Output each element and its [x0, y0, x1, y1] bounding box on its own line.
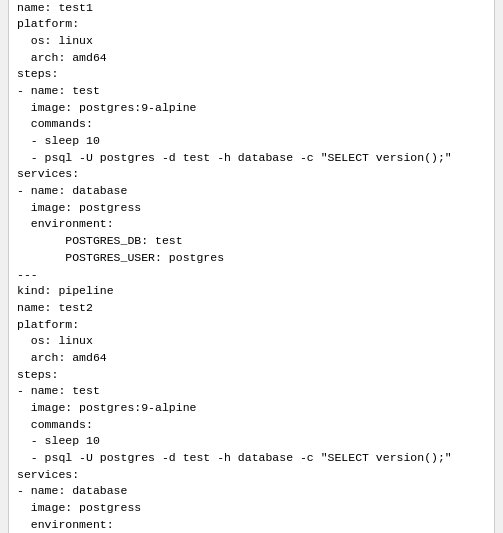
code-line: steps:	[17, 367, 486, 384]
code-line: arch: amd64	[17, 350, 486, 367]
code-line: steps:	[17, 66, 486, 83]
code-line: services:	[17, 467, 486, 484]
code-line: - name: database	[17, 483, 486, 500]
code-line: image: postgres:9-alpine	[17, 400, 486, 417]
code-line: - name: test	[17, 83, 486, 100]
code-line: image: postgress	[17, 200, 486, 217]
code-line: - sleep 10	[17, 433, 486, 450]
code-line: environment:	[17, 517, 486, 533]
code-line: - name: database	[17, 183, 486, 200]
code-line: name: test1	[17, 0, 486, 16]
code-line: platform:	[17, 16, 486, 33]
code-line: POSTGRES_USER: postgres	[17, 250, 486, 267]
code-line: os: linux	[17, 333, 486, 350]
code-line: ---	[17, 267, 486, 284]
code-line: environment:	[17, 216, 486, 233]
code-line: image: postgres:9-alpine	[17, 100, 486, 117]
code-line: image: postgress	[17, 500, 486, 517]
code-line: services:	[17, 166, 486, 183]
code-line: - psql -U postgres -d test -h database -…	[17, 150, 486, 167]
code-block: ---kind: pipelinename: test1platform: os…	[8, 0, 495, 533]
code-line: arch: amd64	[17, 50, 486, 67]
code-line: name: test2	[17, 300, 486, 317]
code-line: kind: pipeline	[17, 283, 486, 300]
code-line: commands:	[17, 116, 486, 133]
code-line: - name: test	[17, 383, 486, 400]
code-line: platform:	[17, 317, 486, 334]
code-line: commands:	[17, 417, 486, 434]
code-line: os: linux	[17, 33, 486, 50]
code-line: POSTGRES_DB: test	[17, 233, 486, 250]
code-line: - sleep 10	[17, 133, 486, 150]
code-line: - psql -U postgres -d test -h database -…	[17, 450, 486, 467]
